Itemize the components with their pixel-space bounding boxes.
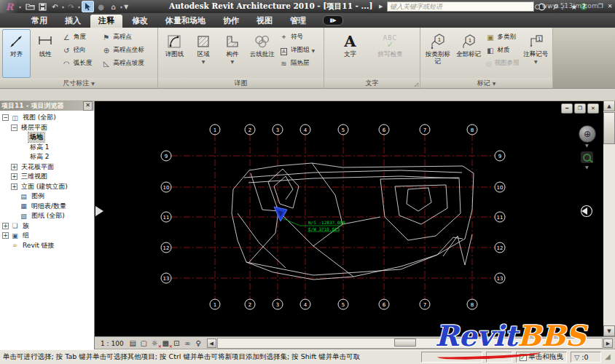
tag-all-button[interactable]: 1 全部标记 [453, 29, 483, 78]
view-scale-button[interactable]: 1 : 100 [97, 340, 128, 347]
expand-toggle-icon[interactable]: + [11, 173, 17, 180]
project-browser-title-bar[interactable]: 项目11 - 项目浏览器 ✕ [0, 100, 94, 111]
application-menu-button[interactable]: R [0, 0, 19, 13]
tree-item-level-1[interactable]: 标高 1 [0, 143, 94, 153]
grid-bubble-1[interactable]: 1 [210, 124, 220, 135]
sun-path-icon[interactable]: ☼ [149, 339, 160, 347]
insulation-button[interactable]: ≋ 隔热层 [278, 57, 321, 70]
media-player-icon[interactable]: ▮▶ [323, 15, 343, 25]
expand-toggle-icon[interactable]: + [11, 183, 17, 190]
component-button[interactable]: 构件 ▼ [219, 29, 247, 78]
tree-item-legends[interactable]: ▤图例 [0, 191, 94, 202]
grid-bubble-2[interactable]: 2 [245, 124, 255, 135]
tab-modify[interactable]: 修改 [124, 15, 156, 28]
grid-bubble-7[interactable]: 7 [420, 299, 430, 309]
grid-bubble-9[interactable]: 9 [161, 151, 171, 161]
scroll-up-icon[interactable]: ▲ [603, 100, 615, 111]
grid-bubble-6[interactable]: 6 [379, 124, 389, 135]
multi-category-button[interactable]: ▣ 多类别 [485, 31, 521, 44]
grid-bubble-5[interactable]: 5 [338, 124, 348, 135]
grid-bubble-2[interactable]: 2 [245, 299, 255, 309]
reveal-hidden-icon[interactable]: ♀ [193, 339, 204, 347]
grid-bubble-11[interactable]: 11 [495, 212, 505, 222]
grid-bubble-5[interactable]: 5 [338, 299, 348, 309]
view-close-button[interactable]: ✕ [587, 103, 599, 114]
grid-bubble-7[interactable]: 7 [420, 124, 430, 135]
spot-elevation-button[interactable]: ⚑ 高程点 [100, 31, 155, 44]
tree-item-level-2[interactable]: 标高 2 [0, 152, 94, 162]
tree-item-elevations[interactable]: +立面 (建筑立面) [0, 182, 94, 192]
expand-toggle-icon[interactable]: + [11, 164, 17, 170]
project-browser-close-icon[interactable]: ✕ [83, 101, 93, 111]
detail-group-button[interactable]: A 详图组 ▼ [278, 44, 321, 57]
window-close-button[interactable]: ✕ [606, 1, 614, 10]
arc-length-button[interactable]: ◠ 弧长度 [60, 57, 100, 70]
default-3d-view-button[interactable]: ⌂ [108, 1, 119, 12]
view-minimize-button[interactable]: ━ [561, 103, 573, 114]
radial-dimension-button[interactable]: ↺ 径向 [60, 44, 100, 57]
elevation-marker-east[interactable] [581, 206, 592, 217]
grid-bubble-8[interactable]: 8 [467, 124, 477, 135]
expand-toggle-icon[interactable]: + [2, 232, 9, 239]
panel-label-dimension[interactable]: 尺寸标注 ▼ [0, 78, 157, 88]
expand-toggle-icon[interactable]: + [2, 223, 9, 229]
dialog-launcher-icon[interactable]: ◿ [415, 82, 418, 87]
steering-wheel-icon[interactable]: ⊕ [579, 125, 596, 143]
shadows-icon[interactable]: ▩ [160, 339, 171, 347]
tree-item-schedules[interactable]: ▦明细表/数量 [0, 202, 94, 212]
steering-wheel-caret-icon[interactable]: ▼ [585, 143, 589, 148]
tab-view[interactable]: 视图 [248, 15, 281, 28]
collapse-toggle-icon[interactable]: − [11, 124, 17, 131]
tree-item-views-all[interactable]: −◫视图 (全部) [0, 113, 94, 123]
collapse-toggle-icon[interactable]: − [2, 114, 9, 121]
application-menu-caret-icon[interactable]: ▾ [19, 4, 21, 9]
grid-bubble-12[interactable]: 12 [161, 242, 171, 253]
keynote-button[interactable]: 1 注释记号 ▼ [522, 29, 550, 78]
detail-level-icon[interactable]: ▤ [128, 339, 138, 347]
scroll-left-icon[interactable]: ◀ [207, 339, 216, 348]
tab-annotate[interactable]: 注释 [90, 15, 122, 28]
scroll-down-icon[interactable]: ▼ [603, 325, 615, 336]
grid-bubble-13[interactable]: 13 [161, 273, 171, 283]
angle-dimension-button[interactable]: ∠ 角度 [60, 31, 100, 44]
tag-by-category-button[interactable]: 1 按类别标记 [423, 29, 453, 78]
zoom-tool-icon[interactable] [581, 151, 593, 163]
tree-item-ceiling-plans[interactable]: +天花板平面 [0, 162, 94, 173]
qat-customize-caret-icon[interactable]: ▼ [124, 4, 128, 10]
linear-dimension-button[interactable]: 线性 [31, 29, 60, 78]
spot-coordinate-button[interactable]: ⊕ 高程点坐标 [100, 44, 155, 57]
view-restore-button[interactable]: ❐ [574, 103, 586, 114]
search-binoculars-icon[interactable] [535, 4, 540, 9]
horizontal-scrollbar[interactable] [217, 338, 603, 349]
crop-region-icon[interactable]: ⊡ [171, 339, 182, 347]
detail-line-button[interactable]: 详图线 [160, 29, 189, 78]
3d-view-caret-icon[interactable]: ▾ [120, 4, 122, 9]
grid-bubble-10[interactable]: 10 [161, 182, 171, 192]
click-drag-checkbox[interactable]: ✓ [520, 354, 527, 361]
redo-caret-icon[interactable]: ▾ [78, 4, 80, 9]
material-tag-button[interactable]: ◧ 材质 [485, 44, 521, 57]
sync-sphere-button[interactable]: ● [95, 1, 106, 12]
aligned-dimension-button[interactable]: 对齐 [2, 29, 31, 78]
undo-caret-icon[interactable]: ▾ [62, 4, 64, 9]
grid-bubble-3[interactable]: 3 [273, 299, 283, 309]
elevation-marker-west[interactable] [95, 206, 103, 216]
search-input[interactable]: 键入关键字或短语 [387, 1, 534, 12]
panel-label-text[interactable]: 文字 ◿ [324, 78, 420, 88]
panel-label-detail[interactable]: 详图 [158, 78, 324, 88]
grid-bubble-9[interactable]: 9 [495, 151, 505, 161]
horizontal-scroll-thumb[interactable] [394, 339, 416, 347]
grid-bubble-1[interactable]: 1 [210, 299, 220, 309]
grid-bubble-12[interactable]: 12 [495, 242, 505, 253]
revision-cloud-button[interactable]: 云线批注 [247, 29, 277, 78]
tab-manage[interactable]: 管理 [282, 15, 314, 28]
tab-insert[interactable]: 插入 [57, 15, 89, 28]
resize-grip-icon[interactable]: ◢ [605, 352, 612, 363]
grid-bubble-4[interactable]: 4 [300, 299, 310, 309]
tab-home[interactable]: 常用 [23, 15, 55, 28]
open-button[interactable] [25, 1, 36, 12]
undo-button[interactable]: ↶ [50, 1, 60, 12]
site-topography-lines[interactable] [232, 163, 474, 280]
view-reference-button[interactable]: ◎ 视图参照 [485, 57, 521, 70]
scroll-right-icon[interactable]: ▶ [603, 339, 613, 348]
